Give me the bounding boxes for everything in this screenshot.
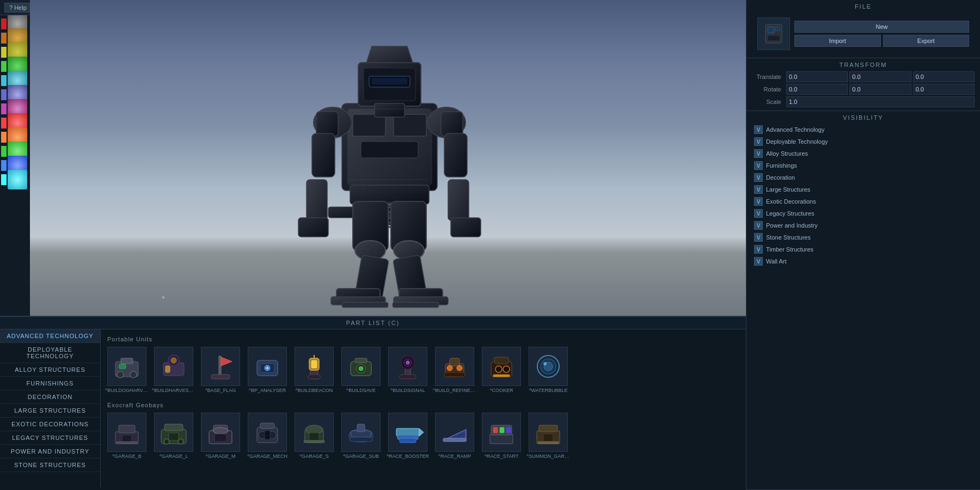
file-content: New Import Export: [752, 13, 975, 54]
visibility-toggle-wallart[interactable]: V: [754, 257, 763, 266]
part-label-buildsave: ^BUILDSAVE: [346, 388, 376, 393]
rotate-label: Rotate: [752, 86, 785, 93]
scale-input[interactable]: 1.0: [786, 96, 975, 107]
part-garage-l[interactable]: ^GARAGE_L: [152, 413, 195, 459]
svg-rect-80: [444, 372, 465, 377]
part-garage-b[interactable]: ^GARAGE_B: [105, 413, 149, 459]
color-swatch-cyan2: [1, 174, 7, 185]
part-buildsave[interactable]: ^BUILDSAVE: [339, 347, 383, 393]
svg-rect-4: [361, 142, 418, 158]
visibility-toggle-timber[interactable]: V: [754, 245, 763, 254]
svg-rect-46: [775, 27, 780, 31]
svg-rect-121: [400, 438, 416, 443]
part-icon-base-flag: [201, 347, 240, 386]
category-alloy-structures[interactable]: ALLOY STRUCTURES: [0, 363, 100, 377]
part-race-start[interactable]: ^RACE_START: [480, 413, 523, 459]
color-item-12[interactable]: [1, 173, 29, 186]
visibility-toggle-advanced-tech[interactable]: V: [754, 125, 763, 134]
visibility-toggle-large[interactable]: V: [754, 185, 763, 194]
part-garage-mech[interactable]: ^GARAGE_MECH: [246, 413, 289, 459]
part-race-booster[interactable]: ^RACE_BOOSTER: [386, 413, 430, 459]
visibility-toggle-alloy[interactable]: V: [754, 149, 763, 158]
part-buildharvester[interactable]: ^BUILDHARVESTER: [152, 347, 195, 393]
category-advanced-technology[interactable]: ADVANCED TECHNOLOGY: [0, 329, 100, 343]
visibility-item-furnishings[interactable]: V Furnishings: [752, 160, 975, 171]
part-icon-build-refiner: [435, 347, 474, 386]
visibility-toggle-furnishings[interactable]: V: [754, 161, 763, 170]
visibility-item-alloy[interactable]: V Alloy Structures: [752, 148, 975, 159]
part-summon-garage[interactable]: ^SUMMON_GARAGE: [526, 413, 570, 459]
visibility-label-wallart: Wall Art: [766, 258, 787, 265]
translate-y-input[interactable]: 0.0: [849, 71, 911, 82]
part-label-summon-garage: ^SUMMON_GARAGE: [526, 454, 570, 459]
svg-rect-15: [441, 112, 463, 136]
svg-rect-128: [500, 427, 504, 433]
visibility-toggle-deployable-tech[interactable]: V: [754, 137, 763, 146]
visibility-item-decoration[interactable]: V Decoration: [752, 172, 975, 183]
part-buildogharvet[interactable]: ^BUILDOGHARVET: [105, 347, 149, 393]
svg-rect-40: [342, 302, 388, 308]
part-label-race-start: ^RACE_START: [485, 454, 519, 459]
visibility-item-deployable-tech[interactable]: V Deployable Technology: [752, 136, 975, 147]
part-icon-cooker: [482, 347, 521, 386]
part-buildsignal[interactable]: ^BUILDSIGNAL: [386, 347, 430, 393]
svg-rect-112: [309, 433, 319, 440]
rotate-x-input[interactable]: 0.0: [786, 84, 848, 95]
category-legacy-structures[interactable]: LEGACY STRUCTURES: [0, 431, 100, 445]
part-race-ramp[interactable]: ^RACE_RAMP: [433, 413, 476, 459]
svg-rect-67: [311, 360, 317, 368]
visibility-item-advanced-tech[interactable]: V Advanced Technology: [752, 124, 975, 135]
svg-rect-79: [450, 358, 460, 366]
help-button[interactable]: ? Help: [4, 3, 32, 13]
svg-point-51: [130, 371, 137, 378]
svg-rect-106: [260, 423, 274, 428]
new-button[interactable]: New: [794, 21, 969, 33]
part-label-cooker: ^COOKER: [489, 388, 513, 393]
visibility-toggle-power[interactable]: V: [754, 221, 763, 230]
part-label-garage-s: ^GARAGE_S: [299, 454, 329, 459]
translate-x-input[interactable]: 0.0: [786, 71, 848, 82]
visibility-toggle-exotic[interactable]: V: [754, 197, 763, 206]
visibility-toggle-legacy[interactable]: V: [754, 209, 763, 218]
part-base-flag[interactable]: ^BASE_FLAG: [199, 347, 242, 393]
part-cooker[interactable]: ^COOKER: [480, 347, 523, 393]
visibility-item-timber[interactable]: V Timber Structures: [752, 244, 975, 255]
svg-point-91: [543, 362, 547, 365]
part-buildbeacon[interactable]: ^BUILDBEACON: [292, 347, 336, 393]
rotate-z-input[interactable]: 0.0: [913, 84, 975, 95]
color-icon-12: [8, 170, 27, 189]
import-button[interactable]: Import: [794, 35, 881, 47]
visibility-item-wallart[interactable]: V Wall Art: [752, 256, 975, 267]
category-power-and-industry[interactable]: POWER AND INDUSTRY: [0, 445, 100, 458]
export-button[interactable]: Export: [883, 35, 970, 47]
visibility-item-exotic[interactable]: V Exotic Decorations: [752, 196, 975, 207]
part-build-refiner[interactable]: ^BUILD_REFINER1: [433, 347, 476, 393]
category-furnishings[interactable]: FURNISHINGS: [0, 377, 100, 390]
part-garage-sub[interactable]: ^GARAGE_SUB: [339, 413, 383, 459]
visibility-item-large[interactable]: V Large Structures: [752, 184, 975, 195]
category-stone-structures[interactable]: STONE STRUCTURES: [0, 458, 100, 472]
part-bp-analyser[interactable]: ^BP_ANALYSER: [246, 347, 289, 393]
category-large-structures[interactable]: LARGE STRUCTURES: [0, 404, 100, 418]
3d-viewport[interactable]: ▲: [30, 0, 746, 316]
scale-label: Scale: [752, 99, 785, 105]
part-garage-m[interactable]: ^GARAGE_M: [199, 413, 242, 459]
rotate-y-input[interactable]: 0.0: [849, 84, 911, 95]
svg-rect-11: [375, 103, 405, 117]
visibility-toggle-decoration[interactable]: V: [754, 173, 763, 182]
svg-rect-49: [121, 358, 133, 364]
visibility-toggle-stone[interactable]: V: [754, 233, 763, 242]
translate-z-input[interactable]: 0.0: [913, 71, 975, 82]
visibility-item-power[interactable]: V Power and Industry: [752, 220, 975, 231]
visibility-item-legacy[interactable]: V Legacy Structures: [752, 208, 975, 219]
svg-point-81: [447, 365, 452, 371]
category-decoration[interactable]: DECORATION: [0, 390, 100, 404]
svg-rect-93: [119, 425, 135, 433]
visibility-label-alloy: Alloy Structures: [766, 150, 808, 157]
svg-rect-95: [117, 442, 137, 444]
part-waterbubble[interactable]: ^WATERBUBBLE: [526, 347, 570, 393]
category-deployable-technology[interactable]: DEPLOYABLE TECHNOLOGY: [0, 343, 100, 363]
part-garage-s[interactable]: ^GARAGE_S: [292, 413, 336, 459]
visibility-item-stone[interactable]: V Stone Structures: [752, 232, 975, 243]
category-exotic-decorations[interactable]: EXOTIC DECORATIONS: [0, 418, 100, 431]
